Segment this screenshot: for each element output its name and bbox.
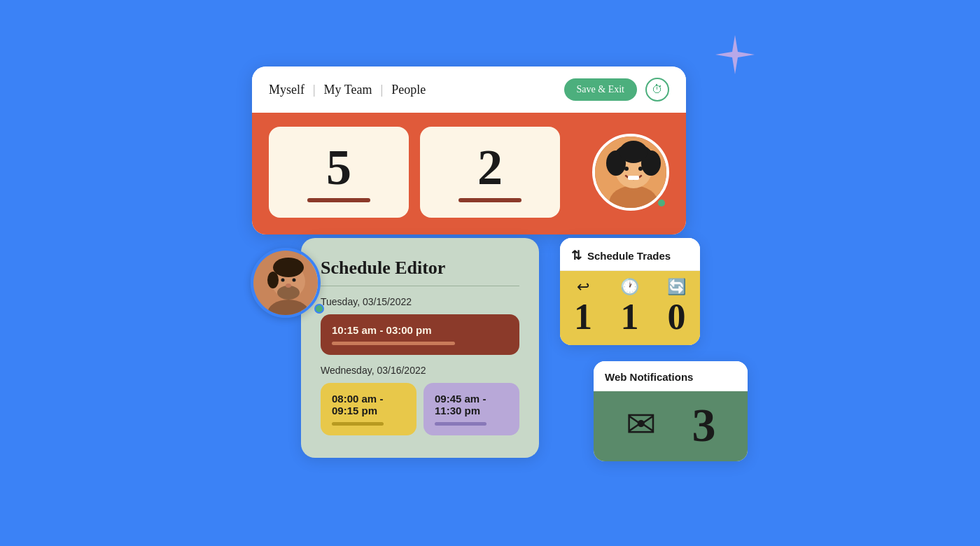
schedule-editor-card: Schedule Editor Tuesday, 03/15/2022 10:1… (301, 238, 539, 458)
schedule-avatar-online-dot (314, 304, 324, 314)
shift-time-wed-1: 08:00 am - 09:15 pm (332, 393, 405, 416)
svg-point-19 (286, 284, 291, 288)
notif-title: Web Notifications (605, 371, 693, 383)
repeat-icon: 🔄 (667, 278, 686, 296)
svg-point-14 (273, 258, 304, 277)
top-card: Myself | My Team | People Save & Exit ⏱ … (252, 66, 686, 234)
trade-col-1: ↩ 1 (574, 278, 592, 335)
shift-bar-wed-1 (332, 422, 384, 426)
svg-point-15 (267, 272, 279, 288)
notif-card-body: ✉ 3 (594, 391, 748, 461)
schedule-trades-card: ⇅ Schedule Trades ↩ 1 🕐 1 🔄 0 (560, 238, 700, 345)
nav-people[interactable]: People (391, 83, 426, 97)
svg-point-8 (624, 167, 629, 171)
number-5: 5 (326, 142, 351, 192)
nav-myteam[interactable]: My Team (324, 83, 372, 97)
trades-card-body: ↩ 1 🕐 1 🔄 0 (560, 271, 700, 345)
clock-trade-icon: 🕐 (620, 278, 639, 296)
notif-card-header: Web Notifications (594, 361, 748, 391)
svg-point-7 (620, 141, 648, 163)
svg-point-18 (293, 279, 296, 282)
notif-count: 3 (692, 401, 716, 449)
trade-col-2: 🕐 1 (620, 278, 639, 335)
number-tile-2: 2 (420, 127, 560, 218)
avatar-online-dot (657, 198, 666, 208)
underline-bar-2 (458, 198, 522, 202)
undo-icon: ↩ (577, 278, 589, 296)
envelope-icon: ✉ (626, 407, 657, 443)
svg-point-9 (638, 167, 643, 171)
nav-sep1: | (313, 83, 316, 97)
date-tuesday: Tuesday, 03/15/2022 (321, 296, 519, 307)
clock-icon: ⏱ (652, 83, 663, 96)
shift-tile-tuesday[interactable]: 10:15 am - 03:00 pm (321, 314, 519, 355)
trades-card-header: ⇅ Schedule Trades (560, 238, 700, 271)
save-exit-button[interactable]: Save & Exit (564, 78, 637, 101)
star-decoration (714, 34, 756, 76)
underline-bar-1 (307, 198, 370, 202)
shift-tile-wed-2[interactable]: 09:45 am - 11:30 pm (424, 383, 519, 435)
schedule-editor-title: Schedule Editor (321, 258, 519, 279)
number-tile-1: 5 (269, 127, 409, 218)
svg-rect-10 (628, 176, 639, 180)
nav-myself[interactable]: Myself (269, 83, 304, 97)
schedule-divider (321, 286, 519, 286)
nav-bar: Myself | My Team | People Save & Exit ⏱ (252, 66, 686, 113)
svg-point-17 (281, 279, 285, 282)
nav-sep2: | (381, 83, 384, 97)
web-notifications-card: Web Notifications ✉ 3 (594, 361, 748, 461)
shift-bar-tuesday (332, 342, 455, 345)
shift-time-wed-2: 09:45 am - 11:30 pm (435, 393, 508, 416)
shift-bar-wed-2 (435, 422, 486, 426)
trade-num-2: 1 (621, 299, 639, 335)
trade-col-3: 🔄 0 (667, 278, 686, 335)
trades-icon: ⇅ (571, 248, 582, 263)
trade-num-3: 0 (668, 299, 686, 335)
trades-title: Schedule Trades (587, 250, 671, 262)
date-wednesday: Wednesday, 03/16/2022 (321, 365, 519, 376)
number-2: 2 (477, 142, 503, 192)
top-card-body: 5 2 (252, 113, 686, 234)
shift-tile-wed-1[interactable]: 08:00 am - 09:15 pm (321, 383, 416, 435)
trade-num-1: 1 (574, 299, 592, 335)
history-button[interactable]: ⏱ (645, 78, 669, 102)
wednesday-shifts-row: 08:00 am - 09:15 pm 09:45 am - 11:30 pm (321, 383, 519, 441)
schedule-editor-avatar (251, 248, 321, 318)
shift-time-tuesday: 10:15 am - 03:00 pm (332, 324, 508, 336)
